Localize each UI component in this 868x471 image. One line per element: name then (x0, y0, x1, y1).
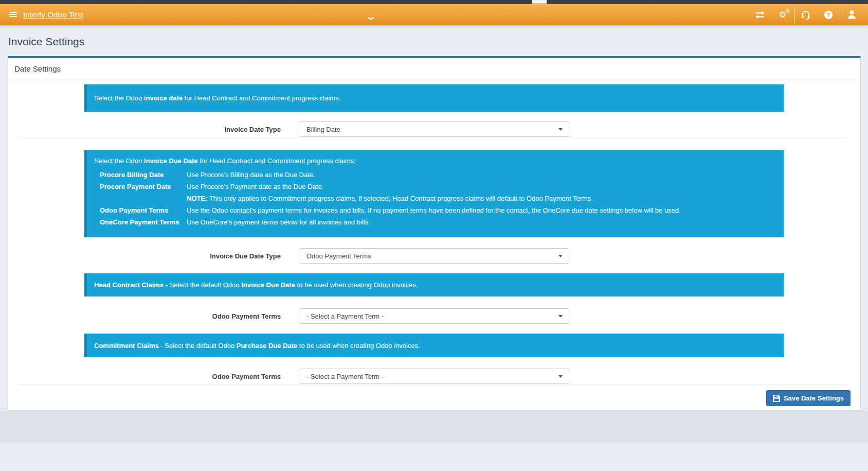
invoice-due-date-type-select[interactable]: Odoo Payment Terms (300, 248, 569, 264)
sync-exchange-icon[interactable] (749, 4, 771, 25)
loading-spinner-icon (366, 11, 375, 22)
invoice-due-date-type-label: Invoice Due Date Type (8, 252, 281, 260)
odoo-payment-terms-label: Odoo Payment Terms (8, 373, 281, 380)
section-divider (19, 137, 849, 137)
navbar-actions: ⚙ ⚙ ? (749, 4, 863, 25)
invoice-date-type-select[interactable]: Billing Date (300, 121, 569, 137)
top-strip (0, 0, 868, 4)
menu-icon[interactable] (9, 11, 17, 18)
panel-body: Select the Odoo invoice date for Head Co… (8, 84, 860, 410)
commitment-payment-terms-row: Odoo Payment Terms - Select a Payment Te… (8, 369, 860, 384)
invoice-due-date-type-row: Invoice Due Date Type Odoo Payment Terms (8, 248, 860, 264)
top-strip-highlight (532, 0, 547, 4)
due-date-option-row: Procore Billing Date Use Procore's Billi… (94, 171, 777, 179)
date-settings-panel: Date Settings Select the Odoo invoice da… (8, 56, 861, 411)
save-icon (773, 395, 780, 402)
selected-value: Odoo Payment Terms (306, 252, 371, 260)
commitment-claims-banner: Commitment Claims - Select the default O… (84, 334, 784, 357)
banner-intro-text: Select the Odoo Invoice Due Date for Hea… (94, 157, 777, 165)
invoice-due-date-info-banner: Select the Odoo Invoice Due Date for Hea… (84, 150, 784, 237)
brand-link[interactable]: Interfy Odoo Test (23, 10, 83, 19)
save-date-settings-button[interactable]: Save Date Settings (766, 390, 851, 406)
commitment-payment-terms-select[interactable]: - Select a Payment Term - (300, 369, 569, 384)
selected-value: - Select a Payment Term - (306, 312, 384, 320)
banner-text: Head Contract Claims - Select the defaul… (94, 281, 418, 289)
invoice-date-info-banner: Select the Odoo invoice date for Head Co… (84, 84, 784, 112)
user-icon[interactable] (840, 4, 863, 25)
headset-support-icon[interactable] (794, 4, 817, 25)
chevron-down-icon (558, 128, 563, 131)
selected-value: - Select a Payment Term - (306, 373, 384, 380)
due-date-option-row: Procore Payment Date Use Procore's Payme… (94, 183, 777, 191)
chevron-down-icon (558, 375, 563, 378)
head-contract-claims-banner: Head Contract Claims - Select the defaul… (84, 273, 784, 296)
odoo-payment-terms-label: Odoo Payment Terms (8, 312, 281, 320)
invoice-date-type-label: Invoice Date Type (8, 126, 281, 133)
panel-header: Date Settings (8, 58, 860, 79)
chevron-down-icon (558, 315, 563, 318)
head-contract-payment-terms-select[interactable]: - Select a Payment Term - (300, 308, 569, 324)
selected-value: Billing Date (306, 126, 340, 133)
page-title: Invoice Settings (8, 36, 868, 48)
gears-icon[interactable]: ⚙ ⚙ (771, 4, 794, 25)
actions-bar: Save Date Settings (8, 390, 851, 406)
banner-text: Select the Odoo invoice date for Head Co… (94, 94, 340, 102)
help-icon[interactable]: ? (817, 4, 840, 25)
due-date-option-row: OneCore Payment Terms Use OneCore's paym… (94, 218, 777, 226)
section-divider (19, 384, 849, 385)
chevron-down-icon (558, 255, 563, 257)
banner-text: Commitment Claims - Select the default O… (94, 342, 420, 350)
head-contract-payment-terms-row: Odoo Payment Terms - Select a Payment Te… (8, 308, 860, 324)
due-date-option-row: Odoo Payment Terms Use the Odoo contact'… (94, 206, 777, 215)
invoice-date-type-row: Invoice Date Type Billing Date (8, 121, 860, 137)
due-date-note-row: NOTE: This only applies to Commitment pr… (94, 195, 777, 203)
navbar: Interfy Odoo Test ⚙ ⚙ (0, 4, 868, 25)
page-footer-background (0, 411, 868, 443)
